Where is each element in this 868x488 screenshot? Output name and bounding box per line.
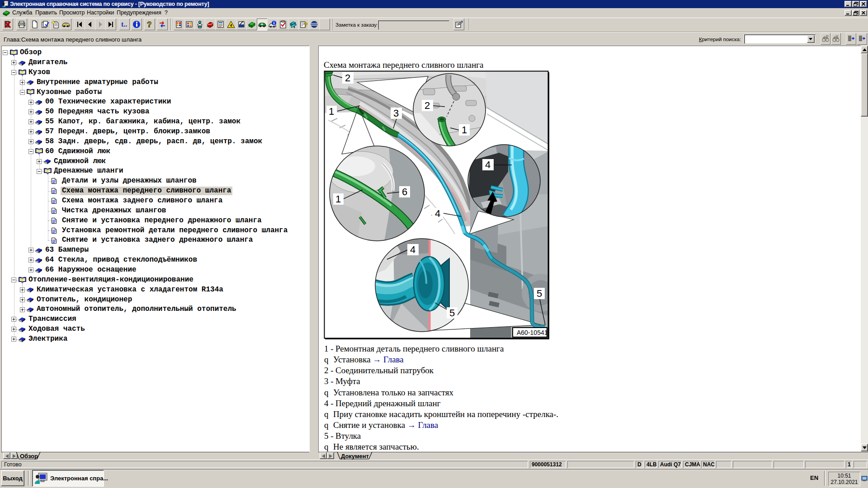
svg-text:2: 2 xyxy=(425,100,430,111)
svg-text:4: 4 xyxy=(485,159,491,170)
svg-text:5: 5 xyxy=(537,288,542,299)
svg-text:4: 4 xyxy=(435,208,440,219)
svg-text:2: 2 xyxy=(345,72,350,84)
svg-text:5: 5 xyxy=(449,307,455,319)
svg-text:1: 1 xyxy=(335,193,341,205)
svg-text:A60-10541: A60-10541 xyxy=(517,329,548,336)
svg-text:4: 4 xyxy=(230,23,232,28)
svg-text:?: ? xyxy=(147,20,151,28)
svg-text:1: 1 xyxy=(293,25,295,28)
svg-text:3: 3 xyxy=(393,108,399,119)
svg-text:4: 4 xyxy=(410,244,415,255)
svg-text:6: 6 xyxy=(402,186,407,197)
svg-text:t..: t.. xyxy=(121,20,127,28)
svg-text:?: ? xyxy=(304,21,308,28)
svg-text:1: 1 xyxy=(329,106,334,117)
svg-text:1: 1 xyxy=(462,124,467,136)
